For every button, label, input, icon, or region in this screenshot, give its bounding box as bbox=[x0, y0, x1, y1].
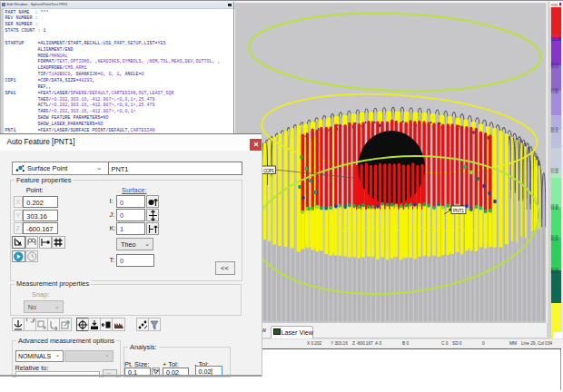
svg-text:77.80: 77.80 bbox=[551, 91, 559, 94]
svg-text:COP1: COP1 bbox=[263, 168, 274, 173]
svg-text:25.40: 25.40 bbox=[551, 37, 559, 41]
svg-text:PNT1: PNT1 bbox=[453, 208, 464, 213]
svg-text:55.40: 55.40 bbox=[551, 171, 559, 174]
svg-text:38.10: 38.10 bbox=[551, 65, 559, 69]
svg-text:58.30: 58.30 bbox=[551, 207, 559, 211]
svg-text:30.20: 30.20 bbox=[551, 238, 559, 241]
svg-text:32.20: 32.20 bbox=[551, 270, 559, 274]
svg-text:86.70: 86.70 bbox=[551, 130, 559, 133]
svg-text:mm: mm bbox=[551, 3, 558, 7]
